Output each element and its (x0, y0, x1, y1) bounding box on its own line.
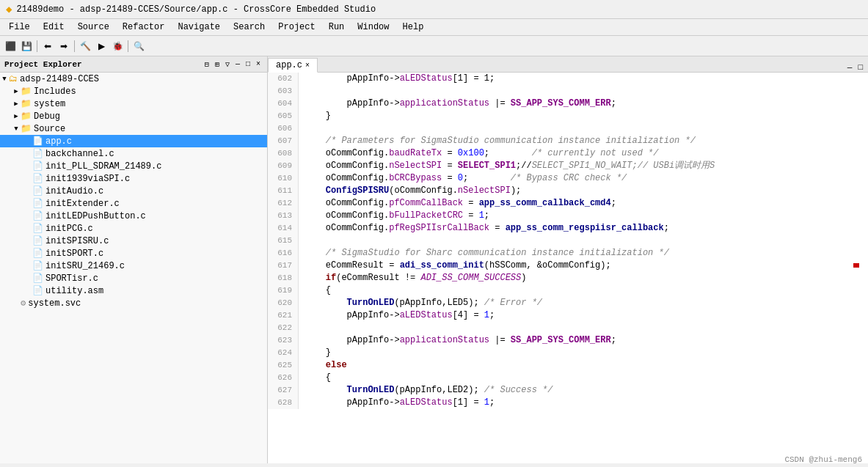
toolbar-build-btn[interactable]: 🔨 (78, 39, 92, 54)
menu-search[interactable]: Search (227, 21, 271, 34)
line-content: ConfigSPISRU(oCommConfig.nSelectSPI); (299, 185, 521, 197)
tree-item-backchannel[interactable]: 📄backchannel.c (0, 147, 267, 160)
toolbar-search-btn[interactable]: 🔍 (131, 39, 146, 54)
menu-help[interactable]: Help (397, 21, 430, 34)
tree-label-initAudio: initAudio.c (45, 186, 103, 196)
line-content: oCommConfig.pfRegSPIIsrCallBack = app_ss… (299, 222, 669, 235)
tree-label-SPORTisr: SPORTisr.c (45, 273, 98, 284)
tree-item-initPCG[interactable]: 📄initPCG.c (0, 222, 267, 235)
line-number: 605 (268, 110, 299, 122)
code-editor[interactable]: 602 pAppInfo->aLEDStatus[1] = 1;603604 p… (268, 73, 868, 463)
line-content: { (299, 284, 331, 297)
line-content: pAppInfo->aLEDStatus[1] = 1; (299, 397, 495, 409)
watermark: CSDN @zhui-meng6 (784, 455, 862, 464)
menu-file[interactable]: File (3, 21, 36, 34)
line-number: 603 (268, 85, 299, 98)
menu-bar: File Edit Source Refactor Navigate Searc… (0, 19, 868, 36)
tree-label-init_pll: init_PLL_SDRAM_21489.c (45, 161, 161, 172)
sidebar-collapse-icon[interactable]: ⊟ (203, 59, 211, 70)
code-line-625: 625 else (268, 359, 868, 372)
menu-edit[interactable]: Edit (37, 21, 70, 34)
tree-item-initLED[interactable]: 📄initLEDPushButton.c (0, 210, 267, 222)
line-number: 622 (268, 322, 299, 334)
sidebar-close-icon[interactable]: × (254, 59, 263, 70)
tree-item-source[interactable]: ▼📁Source (0, 122, 267, 135)
main-layout: Project Explorer ⊟ ⊞ ▽ — □ × ▼🗂adsp-2148… (0, 56, 868, 463)
tree-item-initExtender[interactable]: 📄initExtender.c (0, 197, 267, 210)
menu-window[interactable]: Window (351, 21, 395, 34)
code-line-606: 606 (268, 122, 868, 135)
line-number: 628 (268, 397, 299, 409)
toolbar-run-btn[interactable]: ▶ (94, 39, 109, 54)
tree-label-initSPISRU: initSPISRU.c (45, 236, 109, 246)
menu-project[interactable]: Project (272, 21, 321, 34)
line-number: 623 (268, 334, 299, 347)
code-line-618: 618 if(eCommResult != ADI_SS_COMM_SUCCES… (268, 272, 868, 284)
line-number: 619 (268, 284, 299, 297)
line-number: 625 (268, 359, 299, 372)
tree-item-initSPORT[interactable]: 📄initSPORT.c (0, 247, 267, 260)
toolbar-fwd-btn[interactable]: ➡ (56, 39, 71, 54)
line-number: 606 (268, 122, 299, 135)
code-line-612: 612 oCommConfig.pfCommCallBack = app_ss_… (268, 197, 868, 210)
code-line-627: 627 TurnOnLED(pAppInfo,LED2); /* Success… (268, 384, 868, 397)
toolbar-new-btn[interactable]: ⬛ (3, 39, 18, 54)
line-content: /* SigmaStudio for Sharc communication i… (299, 247, 669, 260)
line-content: oCommConfig.pfCommCallBack = app_ss_comm… (299, 197, 616, 210)
tree-item-system_svc[interactable]: ⚙system.svc (0, 297, 267, 309)
sidebar-icons: ⊟ ⊞ ▽ — □ × (203, 59, 263, 70)
tree-item-app_c[interactable]: 📄app.c (0, 135, 267, 147)
editor-minimize-icon[interactable]: — (845, 63, 855, 72)
toolbar-debug-btn[interactable]: 🐞 (110, 39, 125, 54)
tree-label-includes: Includes (34, 87, 76, 97)
sidebar-title: Project Explorer (4, 60, 82, 69)
tree-item-root[interactable]: ▼🗂adsp-21489-CCES (0, 73, 267, 85)
tree-item-initSPISRU[interactable]: 📄initSPISRU.c (0, 235, 267, 247)
menu-source[interactable]: Source (72, 21, 115, 34)
toolbar-back-btn[interactable]: ⬅ (40, 39, 55, 54)
tree-item-initSRU[interactable]: 📄initSRU_21469.c (0, 260, 267, 272)
code-line-621: 621 pAppInfo->aLEDStatus[4] = 1; (268, 309, 868, 322)
tree-item-init_pll[interactable]: 📄init_PLL_SDRAM_21489.c (0, 160, 267, 172)
menu-refactor[interactable]: Refactor (117, 21, 171, 34)
error-marker (853, 263, 859, 268)
code-line-608: 608 oCommConfig.baudRateTx = 0x100; /* c… (268, 147, 868, 160)
toolbar-save-btn[interactable]: 💾 (19, 39, 34, 54)
tab-close-icon[interactable]: × (305, 62, 310, 70)
line-content: } (299, 347, 331, 359)
tab-label: app.c (276, 60, 302, 70)
sidebar-expand-icon[interactable]: ⊞ (213, 59, 222, 70)
code-line-619: 619 { (268, 284, 868, 297)
line-number: 627 (268, 384, 299, 397)
code-line-602: 602 pAppInfo->aLEDStatus[1] = 1; (268, 73, 868, 85)
editor-tab-bar: app.c × — □ (268, 56, 868, 73)
editor-area: app.c × — □ 602 pAppInfo->aLEDStatus[1] … (268, 56, 868, 463)
editor-maximize-icon[interactable]: □ (856, 63, 865, 72)
line-content: pAppInfo->aLEDStatus[1] = 1; (299, 73, 495, 85)
tree-item-SPORTisr[interactable]: 📄SPORTisr.c (0, 272, 267, 284)
sidebar-menu-icon[interactable]: ▽ (223, 59, 232, 70)
line-number: 608 (268, 147, 299, 160)
tree-item-system[interactable]: ▶📁system (0, 98, 267, 110)
editor-tab-app-c[interactable]: app.c × (268, 58, 318, 73)
tree-item-utility[interactable]: 📄utility.asm (0, 284, 267, 297)
line-content: TurnOnLED(pAppInfo,LED5); /* Error */ (299, 297, 542, 309)
code-line-607: 607 /* Parameters for SigmaStudio commun… (268, 135, 868, 147)
tree-item-init1939[interactable]: 📄init1939viaSPI.c (0, 172, 267, 185)
tree-label-system: system (34, 99, 65, 109)
line-number: 604 (268, 98, 299, 110)
tree-item-includes[interactable]: ▶📁Includes (0, 85, 267, 98)
line-content: pAppInfo->applicationStatus |= SS_APP_SY… (299, 334, 616, 347)
menu-navigate[interactable]: Navigate (172, 21, 226, 34)
sidebar-maximize-icon[interactable]: □ (244, 59, 252, 70)
sidebar-minimize-icon[interactable]: — (233, 59, 242, 70)
line-content: eCommResult = adi_ss_comm_init(hSSComm, … (299, 260, 611, 272)
tree-item-initAudio[interactable]: 📄initAudio.c (0, 185, 267, 197)
tree-item-debug[interactable]: ▶📁Debug (0, 110, 267, 122)
line-content: pAppInfo->applicationStatus |= SS_APP_SY… (299, 98, 616, 110)
code-line-626: 626 { (268, 372, 868, 384)
menu-run[interactable]: Run (323, 21, 351, 34)
line-number: 624 (268, 347, 299, 359)
line-number: 620 (268, 297, 299, 309)
tree-view: ▼🗂adsp-21489-CCES▶📁Includes▶📁system▶📁Deb… (0, 73, 267, 463)
